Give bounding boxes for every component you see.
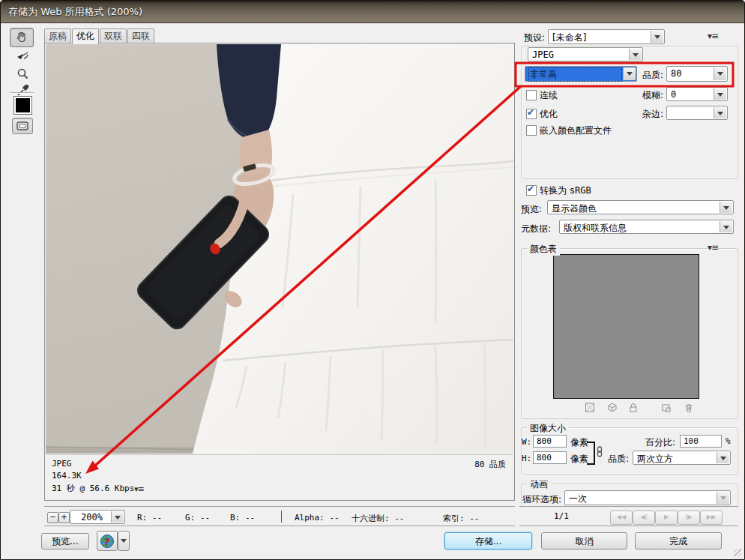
optimized-preview-panel: JPEG 164.3K 31 秒 @ 56.6 Kbps ▾≡ 80 品质: [44, 43, 515, 501]
download-speed-menu-icon[interactable]: ▾≡: [134, 484, 144, 494]
alpha-readout: Alpha: --: [295, 513, 340, 523]
chevron-down-icon[interactable]: [714, 107, 726, 118]
embed-profile-checkbox[interactable]: [526, 125, 537, 136]
preset-panel-menu-icon[interactable]: ▾≡: [708, 31, 718, 41]
tab-optimized[interactable]: 优化: [72, 28, 99, 44]
matte-label: 杂边:: [642, 108, 663, 121]
zoom-in-button[interactable]: +: [58, 512, 70, 523]
percent-unit: %: [726, 436, 731, 446]
preview-mode-select[interactable]: 显示器颜色: [547, 200, 734, 214]
zoom-tool-button[interactable]: [11, 65, 34, 83]
new-color-icon[interactable]: [661, 403, 672, 412]
format-select[interactable]: JPEG: [528, 47, 643, 61]
color-swatch[interactable]: [13, 96, 32, 115]
slices-visibility-icon: [16, 121, 28, 130]
next-frame-button[interactable]: |▶: [678, 511, 700, 525]
r-readout: R: --: [137, 513, 162, 523]
progressive-label: 连续: [540, 89, 558, 102]
width-label: W:: [522, 437, 531, 447]
chain-link-icon[interactable]: [596, 446, 603, 457]
hand-tool-button[interactable]: [10, 28, 34, 47]
matte-select[interactable]: [666, 106, 728, 120]
status-bar: − + 200% R: -- G: -- B: -- Alpha: -- 十六进…: [44, 506, 515, 526]
animation-transport-bar: 1/1 ◀◀ ◀| ▶ |▶ ▶▶: [519, 506, 738, 526]
convert-srgb-checkbox[interactable]: [526, 185, 537, 196]
optimized-checkbox[interactable]: [526, 109, 537, 119]
magnifier-icon: [16, 67, 29, 81]
chevron-down-icon[interactable]: [111, 511, 124, 523]
web-shift-icon[interactable]: [607, 403, 618, 412]
percent-label: 百分比:: [645, 436, 675, 449]
filesize-readout: 164.3K: [52, 471, 82, 481]
slice-select-icon: [15, 49, 30, 63]
zoom-level-select[interactable]: 200%: [70, 510, 125, 524]
chevron-down-icon: [121, 539, 127, 546]
first-frame-button[interactable]: ◀◀: [610, 511, 633, 525]
progressive-checkbox[interactable]: [526, 90, 537, 100]
preset-select[interactable]: [未命名]: [548, 29, 665, 44]
chevron-down-icon[interactable]: [720, 202, 732, 213]
loop-options-label: 循环选项:: [522, 493, 561, 506]
resample-quality-select[interactable]: 两次立方: [633, 451, 731, 465]
compression-quality-select[interactable]: 非常高: [525, 66, 637, 82]
g-readout: G: --: [185, 513, 210, 523]
preview-mode-label: 预览:: [521, 203, 542, 216]
percent-input[interactable]: 100: [680, 435, 722, 448]
resample-quality-label: 品质:: [608, 453, 629, 466]
titlebar[interactable]: 存储为 Web 所用格式 (200%): [1, 1, 744, 23]
height-unit-label: 像素: [570, 453, 588, 466]
tab-2up[interactable]: 双联: [100, 28, 127, 43]
cancel-button[interactable]: 取消: [541, 532, 627, 550]
quality-value-input[interactable]: 80: [666, 66, 728, 82]
chevron-down-icon[interactable]: [714, 67, 726, 80]
play-button[interactable]: ▶: [655, 511, 678, 525]
chevron-down-icon[interactable]: [651, 31, 663, 43]
convert-srgb-label: 转换为 sRGB: [540, 184, 591, 197]
chevron-down-icon[interactable]: [714, 88, 726, 100]
height-label: H:: [522, 454, 531, 463]
toggle-slices-button[interactable]: [12, 118, 33, 134]
readout-divider: [281, 511, 282, 523]
preview-image[interactable]: [46, 44, 513, 454]
browser-globe-icon: ?: [100, 534, 115, 549]
done-button[interactable]: 完成: [635, 532, 722, 550]
last-frame-button[interactable]: ▶▶: [700, 511, 723, 525]
current-color: [16, 98, 30, 112]
color-table-swatches[interactable]: [553, 254, 699, 399]
frame-counter: 1/1: [554, 511, 569, 521]
chevron-down-icon[interactable]: [717, 452, 729, 463]
hand-icon: [15, 31, 28, 44]
embed-profile-label: 嵌入颜色配置文件: [540, 124, 612, 137]
toolbar-divider: [10, 92, 34, 93]
chevron-down-icon: [717, 492, 729, 504]
browser-select-arrow[interactable]: [118, 531, 130, 551]
height-input[interactable]: 800: [533, 451, 567, 464]
download-time-readout: 31 秒 @ 56.6 Kbps: [52, 483, 134, 494]
metadata-select[interactable]: 版权和联系信息: [559, 220, 734, 234]
blur-value-input[interactable]: 0: [666, 87, 728, 101]
color-table-menu-icon[interactable]: ▾≡: [708, 242, 718, 253]
preview-in-browser-button[interactable]: 预览...: [41, 533, 89, 550]
slice-select-tool-button[interactable]: [11, 47, 34, 65]
save-button[interactable]: 存储...: [444, 532, 532, 550]
lock-color-icon[interactable]: [628, 403, 639, 412]
previous-frame-button[interactable]: ◀|: [633, 511, 655, 525]
trash-icon[interactable]: [684, 403, 694, 412]
optimized-label: 优化: [540, 108, 558, 121]
zoom-out-button[interactable]: −: [47, 512, 58, 523]
width-input[interactable]: 800: [533, 435, 567, 448]
chevron-down-icon[interactable]: [623, 67, 636, 80]
tab-4up[interactable]: 四联: [127, 28, 154, 43]
tab-original[interactable]: 原稿: [44, 28, 71, 43]
chevron-down-icon[interactable]: [629, 49, 642, 60]
save-for-web-dialog: 存储为 Web 所用格式 (200%) 原稿 优化 双联 四联: [0, 0, 745, 560]
loop-options-select[interactable]: 一次: [564, 490, 731, 505]
browser-select-button[interactable]: ?: [97, 531, 118, 551]
color-table-title: 颜色表: [527, 243, 560, 256]
image-size-title: 图像大小: [527, 422, 569, 435]
hex-readout: 十六进制: --: [352, 513, 405, 524]
quality-label: 品质:: [642, 69, 663, 82]
chevron-down-icon[interactable]: [720, 221, 732, 232]
resize-grip[interactable]: [734, 549, 741, 556]
transparency-map-icon[interactable]: [585, 403, 595, 412]
